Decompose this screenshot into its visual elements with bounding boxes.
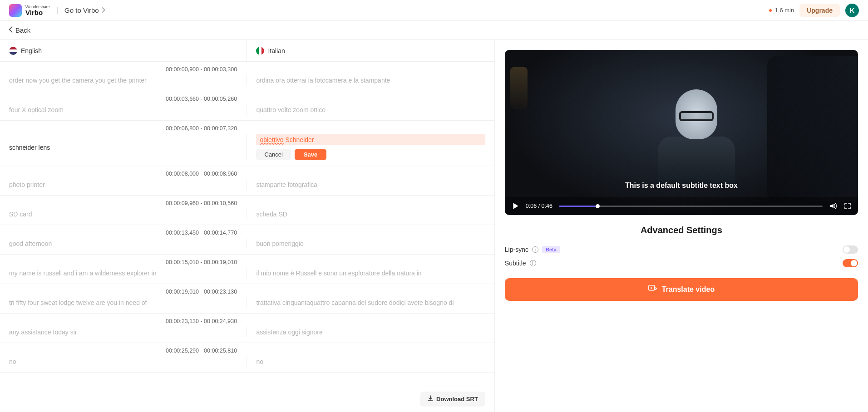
setting-subtitle: Subtitle i (505, 256, 858, 270)
subtitle-editor-pane: English Italian 00:00:00,900 - 00:00:03,… (0, 40, 495, 412)
download-srt-button[interactable]: Download SRT (420, 392, 485, 407)
subtitle-target-text[interactable]: ordina ora otterrai la fotocamera e la s… (247, 75, 494, 85)
subtitle-toggle[interactable] (843, 259, 858, 267)
subtitle-timestamp: 00:00:08,000 - 00:00:08,960 (0, 171, 494, 180)
subtitle-timestamp: 00:00:23,130 - 00:00:24,930 (0, 318, 494, 327)
subtitle-source-text[interactable]: SD card (0, 209, 247, 219)
setting-lipsync: Lip-sync i Beta (505, 243, 858, 256)
logo-text: Wondershare Virbo (25, 5, 50, 16)
brand-name: Virbo (25, 9, 50, 16)
video-time: 0:06 / 0:46 (526, 203, 552, 209)
subtitle-target-text[interactable]: buon pomeriggio (247, 239, 494, 249)
lipsync-toggle[interactable] (843, 245, 858, 254)
video-player[interactable]: This is a default subtitle text box 0:06… (505, 50, 858, 215)
subtitle-timestamp: 00:00:19,010 - 00:00:23,130 (0, 289, 494, 298)
subtitle-row[interactable]: 00:00:19,010 - 00:00:23,130tri fifty fou… (0, 284, 494, 314)
subtitle-row[interactable]: 00:00:00,900 - 00:00:03,300order now you… (0, 62, 494, 91)
subtitle-source-text[interactable]: order now you get the camera you get the… (0, 75, 247, 85)
info-icon[interactable]: i (530, 260, 536, 266)
subtitle-target-text[interactable]: stampante fotografica (247, 180, 494, 190)
chevron-left-icon (8, 26, 13, 34)
header-separator: | (56, 6, 58, 15)
back-label: Back (15, 26, 30, 34)
subtitle-timestamp: 00:00:03,660 - 00:00:05,260 (0, 96, 494, 105)
language-header: English Italian (0, 40, 494, 62)
back-row: Back (0, 21, 868, 40)
subtitle-row[interactable]: 00:00:08,000 - 00:00:08,960photo printer… (0, 166, 494, 196)
progress-fill (559, 206, 596, 207)
subtitle-target-text[interactable]: trattativa cinquantaquattro capanna del … (247, 298, 494, 308)
video-progress[interactable] (559, 206, 823, 207)
play-icon[interactable] (511, 202, 519, 210)
beta-badge: Beta (542, 246, 560, 253)
cancel-button[interactable]: Cancel (256, 149, 291, 160)
minutes-value: 1.6 min (775, 7, 794, 14)
flag-us-icon (9, 47, 17, 55)
download-icon (427, 395, 434, 403)
subtitle-target-text[interactable]: scheda SD (247, 209, 494, 219)
subtitle-target-text[interactable]: no (247, 357, 494, 367)
video-subtitle: This is a default subtitle text box (505, 181, 858, 190)
subtitle-list[interactable]: 00:00:00,900 - 00:00:03,300order now you… (0, 62, 494, 386)
subtitle-source-text[interactable]: no (0, 357, 247, 367)
subtitle-target-text[interactable]: quattro volte zoom ottico (247, 105, 494, 115)
back-button[interactable]: Back (8, 26, 30, 34)
subtitle-label: Subtitle (505, 260, 526, 267)
subtitle-timestamp: 00:00:15,010 - 00:00:19,010 (0, 259, 494, 268)
subtitle-timestamp: 00:00:13,450 - 00:00:14,770 (0, 230, 494, 239)
subtitle-source-text[interactable]: any assistance today sir (0, 327, 247, 337)
upgrade-button[interactable]: Upgrade (799, 4, 840, 17)
subtitle-timestamp: 00:00:00,900 - 00:00:03,300 (0, 66, 494, 75)
avatar[interactable]: K (845, 4, 859, 17)
translate-video-button[interactable]: Translate video (505, 278, 858, 301)
target-lang-label: Italian (268, 47, 285, 54)
header-right: ◆ 1.6 min Upgrade K (769, 4, 859, 17)
subtitle-source-text[interactable]: good afternoon (0, 239, 247, 249)
subtitle-source-text[interactable]: photo printer (0, 180, 247, 190)
goto-virbo-link[interactable]: Go to Virbo (64, 6, 106, 14)
advanced-settings-title: Advanced Settings (505, 225, 858, 235)
preview-pane: This is a default subtitle text box 0:06… (495, 40, 868, 412)
translate-icon (648, 284, 657, 294)
fullscreen-icon[interactable] (843, 202, 852, 210)
subtitle-row[interactable]: 00:00:03,660 - 00:00:05,260four X optica… (0, 91, 494, 121)
subtitle-source-text[interactable]: tri fifty four sweat lodge twelve are yo… (0, 298, 247, 308)
source-language[interactable]: English (0, 40, 247, 61)
subtitle-row[interactable]: 00:00:06,800 - 00:00:07,320schneider len… (0, 121, 494, 166)
subtitle-row[interactable]: 00:00:09,960 - 00:00:10,560SD cardscheda… (0, 196, 494, 225)
subtitle-source-text[interactable]: my name is russell and i am a wilderness… (0, 268, 247, 278)
minutes-indicator[interactable]: ◆ 1.6 min (769, 7, 794, 14)
subtitle-target-text[interactable]: assistenza oggi signore (247, 327, 494, 337)
subtitle-target-text[interactable]: obiettivo SchneiderCancelSave (247, 134, 494, 160)
scene-decor (767, 56, 858, 201)
download-label: Download SRT (436, 396, 478, 402)
scene-decor (510, 67, 528, 109)
main: English Italian 00:00:00,900 - 00:00:03,… (0, 40, 868, 412)
video-controls: 0:06 / 0:46 (505, 197, 858, 215)
diamond-icon: ◆ (769, 7, 772, 13)
subtitle-source-text[interactable]: four X optical zoom (0, 105, 247, 115)
progress-knob[interactable] (596, 204, 600, 208)
volume-icon[interactable] (829, 202, 837, 210)
lipsync-label: Lip-sync (505, 246, 528, 253)
subtitle-timestamp: 00:00:06,800 - 00:00:07,320 (0, 125, 494, 134)
source-lang-label: English (21, 47, 42, 54)
flag-it-icon (256, 47, 264, 55)
subtitle-row[interactable]: 00:00:23,130 - 00:00:24,930any assistanc… (0, 314, 494, 343)
logo-icon (9, 4, 22, 17)
subtitle-source-text[interactable]: schneider lens (0, 134, 247, 160)
download-row: Download SRT (0, 386, 494, 412)
subtitle-row[interactable]: 00:00:13,450 - 00:00:14,770good afternoo… (0, 225, 494, 255)
subtitle-target-text[interactable]: il mio nome è Russell e sono un esplorat… (247, 268, 494, 278)
subtitle-row[interactable]: 00:00:25,290 - 00:00:25,810nono (0, 343, 494, 373)
subtitle-edit-input[interactable]: obiettivo Schneider (256, 134, 485, 145)
save-button[interactable]: Save (295, 149, 326, 160)
logo[interactable]: Wondershare Virbo (9, 4, 50, 17)
app-header: Wondershare Virbo | Go to Virbo ◆ 1.6 mi… (0, 0, 868, 21)
target-language[interactable]: Italian (247, 40, 294, 61)
subtitle-timestamp: 00:00:09,960 - 00:00:10,560 (0, 200, 494, 209)
info-icon[interactable]: i (532, 246, 538, 253)
subtitle-timestamp: 00:00:25,290 - 00:00:25,810 (0, 348, 494, 357)
subtitle-row[interactable]: 00:00:15,010 - 00:00:19,010my name is ru… (0, 255, 494, 284)
translate-label: Translate video (662, 285, 715, 294)
